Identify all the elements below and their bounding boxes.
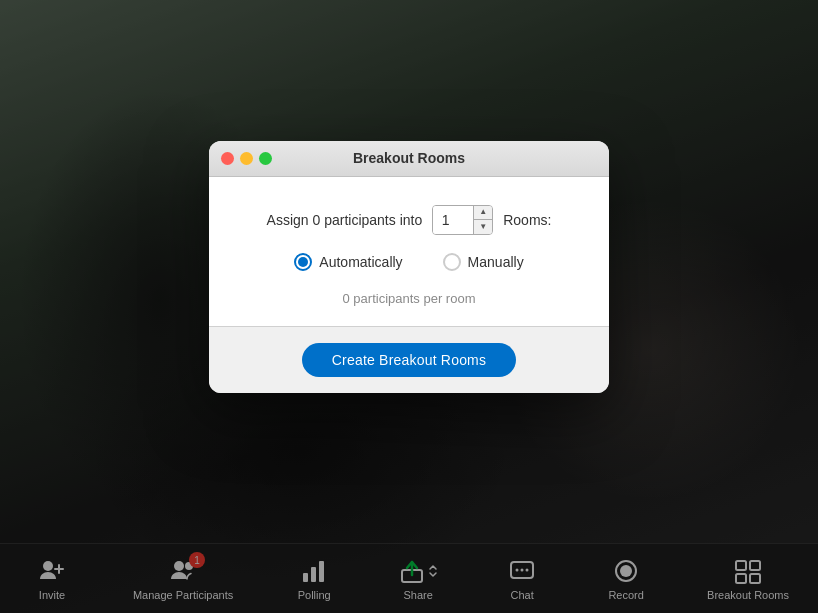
- manually-label: Manually: [468, 254, 524, 270]
- per-room-text: 0 participants per room: [239, 291, 579, 306]
- spinner-down-button[interactable]: ▼: [474, 220, 492, 234]
- assign-label-suffix: Rooms:: [503, 212, 551, 228]
- window-controls: [221, 152, 272, 165]
- spinner-up-button[interactable]: ▲: [474, 206, 492, 220]
- dialog-title: Breakout Rooms: [353, 150, 465, 166]
- rooms-count-input[interactable]: [433, 206, 473, 234]
- assignment-mode-row: Automatically Manually: [239, 253, 579, 271]
- manually-option[interactable]: Manually: [443, 253, 524, 271]
- automatically-radio[interactable]: [294, 253, 312, 271]
- automatically-option[interactable]: Automatically: [294, 253, 402, 271]
- minimize-window-button[interactable]: [240, 152, 253, 165]
- automatically-label: Automatically: [319, 254, 402, 270]
- close-window-button[interactable]: [221, 152, 234, 165]
- assign-row: Assign 0 participants into ▲ ▼ Rooms:: [239, 205, 579, 235]
- manually-radio[interactable]: [443, 253, 461, 271]
- assign-label-prefix: Assign 0 participants into: [267, 212, 423, 228]
- dialog-body: Assign 0 participants into ▲ ▼ Rooms: Au…: [209, 177, 609, 326]
- dialog-titlebar: Breakout Rooms: [209, 141, 609, 177]
- rooms-spinner[interactable]: ▲ ▼: [432, 205, 493, 235]
- create-breakout-rooms-button[interactable]: Create Breakout Rooms: [302, 343, 516, 377]
- modal-overlay: Breakout Rooms Assign 0 participants int…: [0, 0, 818, 613]
- dialog-footer: Create Breakout Rooms: [209, 326, 609, 393]
- spinner-buttons: ▲ ▼: [473, 206, 492, 234]
- breakout-rooms-dialog: Breakout Rooms Assign 0 participants int…: [209, 141, 609, 393]
- maximize-window-button[interactable]: [259, 152, 272, 165]
